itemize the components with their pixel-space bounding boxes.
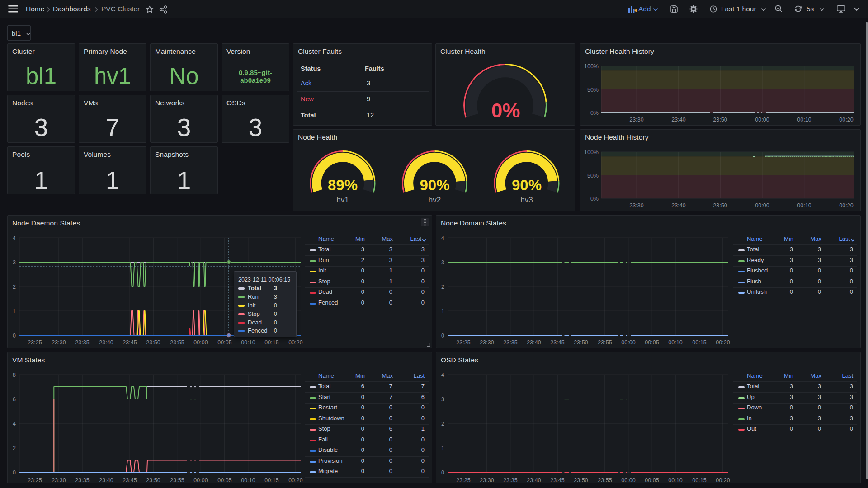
svg-text:23:45: 23:45 — [550, 477, 564, 483]
svg-text:1: 1 — [441, 445, 444, 451]
svg-text:23:55: 23:55 — [170, 339, 184, 346]
svg-text:0: 0 — [441, 469, 444, 476]
svg-text:23:45: 23:45 — [123, 339, 137, 346]
svg-text:23:50: 23:50 — [146, 477, 160, 483]
svg-text:00:00: 00:00 — [193, 339, 208, 346]
svg-text:50%: 50% — [587, 173, 599, 179]
svg-text:00:15: 00:15 — [692, 477, 706, 483]
svg-text:00:05: 00:05 — [645, 339, 659, 346]
svg-text:23:55: 23:55 — [170, 477, 184, 483]
svg-text:23:30: 23:30 — [52, 477, 66, 483]
svg-text:23:40: 23:40 — [671, 202, 685, 209]
svg-text:23:50: 23:50 — [713, 202, 727, 209]
svg-text:0%: 0% — [590, 196, 599, 202]
svg-text:23:40: 23:40 — [99, 477, 113, 483]
svg-text:23:55: 23:55 — [598, 339, 612, 346]
svg-text:00:05: 00:05 — [217, 477, 231, 483]
svg-text:1: 1 — [441, 308, 444, 314]
svg-text:23:30: 23:30 — [629, 117, 643, 123]
svg-text:50%: 50% — [587, 87, 599, 93]
svg-text:00:10: 00:10 — [241, 477, 255, 483]
svg-text:00:20: 00:20 — [288, 339, 302, 346]
svg-text:00:10: 00:10 — [668, 477, 682, 483]
svg-text:23:25: 23:25 — [456, 477, 470, 483]
svg-text:00:05: 00:05 — [645, 477, 659, 483]
svg-text:23:50: 23:50 — [146, 339, 160, 346]
svg-text:23:50: 23:50 — [713, 117, 727, 123]
svg-text:00:00: 00:00 — [755, 202, 769, 209]
svg-text:23:40: 23:40 — [99, 339, 113, 346]
svg-text:23:35: 23:35 — [75, 339, 89, 346]
svg-text:00:10: 00:10 — [797, 202, 811, 209]
svg-text:23:40: 23:40 — [527, 339, 541, 346]
svg-text:23:35: 23:35 — [75, 477, 89, 483]
svg-text:23:25: 23:25 — [456, 339, 470, 346]
svg-text:1: 1 — [13, 308, 16, 314]
svg-text:00:05: 00:05 — [217, 339, 231, 346]
svg-text:00:00: 00:00 — [755, 117, 769, 123]
svg-text:23:45: 23:45 — [123, 477, 137, 483]
svg-text:00:10: 00:10 — [241, 339, 255, 346]
svg-text:00:20: 00:20 — [716, 477, 730, 483]
svg-text:23:40: 23:40 — [671, 117, 685, 123]
svg-text:23:35: 23:35 — [503, 477, 517, 483]
svg-text:23:30: 23:30 — [480, 339, 494, 346]
svg-text:0%: 0% — [590, 110, 599, 116]
svg-text:0: 0 — [441, 333, 444, 339]
svg-text:23:50: 23:50 — [574, 339, 588, 346]
svg-text:100%: 100% — [584, 63, 599, 70]
svg-text:0: 0 — [13, 333, 16, 339]
svg-text:23:55: 23:55 — [598, 477, 612, 483]
svg-text:00:20: 00:20 — [288, 477, 302, 483]
svg-text:23:30: 23:30 — [480, 477, 494, 483]
svg-text:00:20: 00:20 — [716, 339, 730, 346]
svg-text:23:25: 23:25 — [28, 339, 42, 346]
svg-text:00:10: 00:10 — [668, 339, 682, 346]
svg-text:23:35: 23:35 — [503, 339, 517, 346]
svg-text:00:20: 00:20 — [839, 202, 853, 209]
svg-text:23:40: 23:40 — [527, 477, 541, 483]
svg-text:100%: 100% — [584, 149, 599, 155]
svg-text:23:30: 23:30 — [629, 202, 643, 209]
svg-text:00:00: 00:00 — [193, 477, 208, 483]
svg-text:00:20: 00:20 — [839, 117, 853, 123]
svg-text:23:25: 23:25 — [28, 477, 42, 483]
svg-text:00:15: 00:15 — [692, 339, 706, 346]
svg-text:00:15: 00:15 — [264, 477, 278, 483]
svg-text:23:30: 23:30 — [52, 339, 66, 346]
svg-text:23:45: 23:45 — [550, 339, 564, 346]
svg-text:00:10: 00:10 — [797, 117, 811, 123]
svg-text:00:15: 00:15 — [264, 339, 278, 346]
svg-text:23:50: 23:50 — [574, 477, 588, 483]
svg-text:00:00: 00:00 — [621, 477, 635, 483]
svg-text:00:00: 00:00 — [621, 339, 635, 346]
